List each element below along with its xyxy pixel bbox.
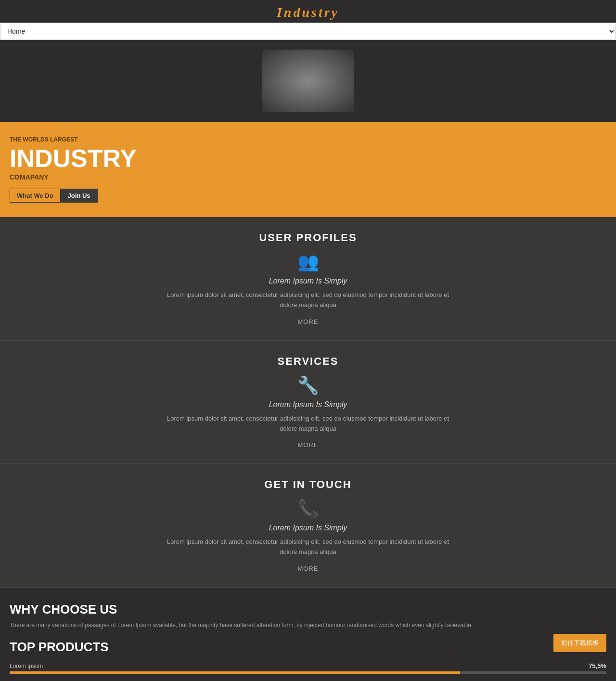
- services-section: SERVICES 🔧 Lorem Ipsum Is Simply Lorem i…: [0, 341, 616, 464]
- svg-rect-5: [327, 69, 334, 98]
- svg-point-1: [279, 54, 337, 93]
- download-template-button[interactable]: 前往下载模板: [553, 634, 606, 652]
- svg-rect-0: [262, 50, 354, 112]
- nav-select[interactable]: Home About Services Contact: [0, 23, 616, 40]
- get-in-touch-section: GET IN TOUCH 📞 Lorem Ipsum Is Simply Lor…: [0, 464, 616, 588]
- hero-image: [262, 50, 354, 112]
- tools-icon: 🔧: [10, 375, 606, 396]
- hero-svg: [262, 50, 354, 112]
- phone-icon: 📞: [10, 499, 606, 519]
- why-choose-text: There are many variations of passages of…: [10, 621, 606, 630]
- progress-bar-1: [10, 671, 460, 674]
- site-title: Industry: [277, 5, 339, 20]
- product-name-1: Lorem ipsum: [10, 663, 43, 669]
- user-profiles-more-link[interactable]: MORE: [298, 318, 319, 325]
- what-we-do-button[interactable]: What We Do: [10, 189, 61, 203]
- join-us-button[interactable]: Join Us: [61, 189, 98, 203]
- progress-track-1: [10, 671, 606, 674]
- get-in-touch-title: GET IN TOUCH: [10, 478, 606, 491]
- user-profiles-subtitle: Lorem Ipsum Is Simply: [10, 277, 606, 285]
- banner-section: THE WORLDS LARGEST INDUSTRY COMAPANY Wha…: [0, 122, 616, 217]
- svg-point-3: [296, 59, 320, 83]
- banner-title: INDUSTRY: [10, 145, 606, 172]
- get-in-touch-text: Lorem ipsum dolor sit amet, consectetur …: [164, 537, 452, 557]
- hero-image-section: [0, 40, 616, 122]
- user-profiles-section: USER PROFILES 👥 Lorem Ipsum Is Simply Lo…: [0, 217, 616, 341]
- why-choose-title: WHY CHOOSE US: [10, 602, 606, 617]
- get-in-touch-subtitle: Lorem Ipsum Is Simply: [10, 524, 606, 532]
- nav-bar[interactable]: Home About Services Contact: [0, 23, 616, 40]
- users-icon: 👥: [10, 252, 606, 272]
- user-profiles-text: Lorem ipsum dolor sit amet, consectetur …: [164, 290, 452, 310]
- user-profiles-title: USER PROFILES: [10, 231, 606, 244]
- product-row: Lorem ipsum 75,5%: [10, 662, 606, 674]
- get-in-touch-more-link[interactable]: MORE: [298, 565, 319, 572]
- site-header: Industry: [0, 0, 616, 23]
- top-products-title: TOP PRODUCTS: [10, 640, 606, 655]
- services-subtitle: Lorem Ipsum Is Simply: [10, 400, 606, 409]
- banner-buttons: What We Do Join Us: [10, 189, 606, 203]
- why-choose-section: WHY CHOOSE US There are many variations …: [0, 588, 616, 681]
- banner-subtitle: THE WORLDS LARGEST: [10, 136, 606, 143]
- services-more-link[interactable]: MORE: [298, 441, 319, 449]
- svg-rect-2: [291, 78, 325, 103]
- product-pct-1: 75,5%: [589, 662, 606, 669]
- banner-company: COMAPANY: [10, 173, 606, 181]
- services-text: Lorem ipsum dolor sit amet, consectetur …: [164, 414, 452, 434]
- services-title: SERVICES: [10, 355, 606, 368]
- svg-rect-4: [282, 69, 289, 98]
